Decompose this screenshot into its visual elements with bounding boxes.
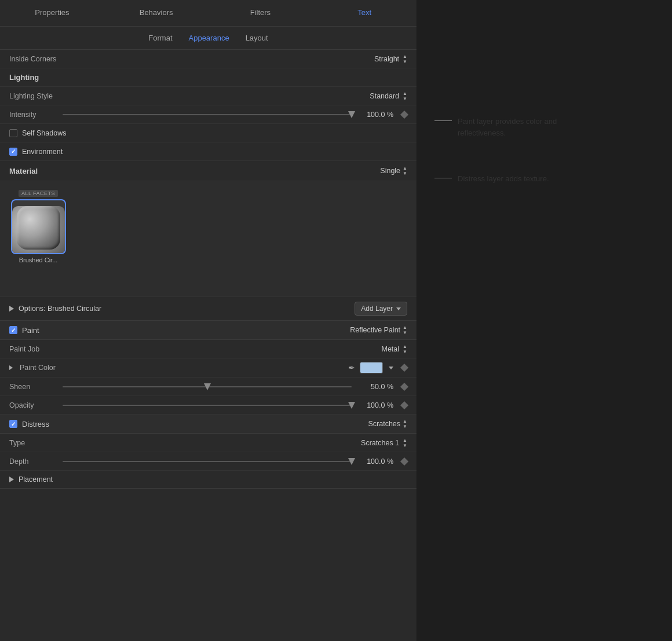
- inside-corners-value[interactable]: Straight ▲▼: [374, 54, 407, 64]
- add-layer-chevron: [396, 307, 401, 310]
- type-text: Scratches 1: [361, 439, 399, 447]
- paint-label: Paint: [22, 326, 345, 335]
- opacity-row: Opacity 100.0 %: [0, 396, 417, 415]
- intensity-keyframe[interactable]: [400, 110, 408, 118]
- self-shadows-row: Self Shadows: [0, 124, 417, 142]
- intensity-label: Intensity: [9, 111, 56, 119]
- paint-value[interactable]: Reflective Paint ▲▼: [350, 325, 407, 335]
- material-stepper[interactable]: ▲▼: [403, 166, 407, 176]
- tab-properties[interactable]: Properties: [0, 0, 104, 26]
- paint-color-expand[interactable]: [9, 365, 13, 370]
- depth-row: Depth 100.0 %: [0, 452, 417, 471]
- facet-item[interactable]: ALL FACETS Brushed Cir...: [9, 190, 67, 263]
- self-shadows-label: Self Shadows: [22, 129, 66, 137]
- environment-row: Environment: [0, 142, 417, 161]
- self-shadows-checkbox[interactable]: [9, 129, 17, 137]
- paint-color-keyframe[interactable]: [400, 364, 408, 372]
- sheen-thumb[interactable]: [204, 383, 211, 390]
- intensity-thumb[interactable]: [348, 111, 355, 118]
- paint-job-row: Paint Job Metal ▲▼: [0, 340, 417, 358]
- opacity-label: Opacity: [9, 401, 56, 409]
- tab-filters[interactable]: Filters: [209, 0, 313, 26]
- annotation-area: Paint layer provides color and reflectiv…: [417, 0, 672, 641]
- tab-appearance[interactable]: Appearance: [187, 32, 232, 43]
- material-value[interactable]: Single ▲▼: [380, 166, 407, 176]
- intensity-value: 100.0 %: [359, 111, 393, 119]
- paint-annotation-text: Paint layer provides color and reflectiv…: [458, 116, 574, 138]
- tab-format[interactable]: Format: [146, 32, 174, 43]
- type-label: Type: [9, 439, 361, 447]
- distress-annotation: Distress layer adds texture.: [434, 173, 655, 185]
- distress-annotation-dash: [434, 178, 452, 178]
- paint-job-value[interactable]: Metal ▲▼: [382, 344, 408, 354]
- placement-row: Placement: [0, 471, 417, 489]
- paint-color-row: Paint Color ✒: [0, 358, 417, 378]
- tab-layout[interactable]: Layout: [243, 32, 271, 43]
- distress-annotation-text: Distress layer adds texture.: [458, 173, 549, 185]
- inside-corners-text: Straight: [374, 55, 399, 63]
- tab-text[interactable]: Text: [312, 0, 417, 26]
- options-expand-icon[interactable]: [9, 306, 14, 312]
- paint-job-text: Metal: [382, 345, 400, 353]
- paint-checkbox[interactable]: [9, 326, 17, 334]
- material-value-text: Single: [380, 167, 400, 175]
- facet-tag: ALL FACETS: [19, 190, 58, 197]
- distress-label: Distress: [22, 420, 363, 428]
- top-tabs: Properties Behaviors Filters Text: [0, 0, 417, 27]
- paint-annotation: Paint layer provides color and reflectiv…: [434, 116, 655, 138]
- intensity-slider[interactable]: [63, 114, 352, 115]
- lighting-style-stepper[interactable]: ▲▼: [403, 91, 407, 101]
- lighting-style-label: Lighting Style: [9, 92, 370, 100]
- distress-stepper[interactable]: ▲▼: [403, 419, 407, 429]
- distress-value[interactable]: Scratches ▲▼: [368, 419, 407, 429]
- paint-color-label: Paint Color: [20, 364, 344, 372]
- sheen-label: Sheen: [9, 383, 56, 391]
- lighting-style-text: Standard: [370, 92, 399, 100]
- inside-corners-row: Inside Corners Straight ▲▼: [0, 50, 417, 68]
- placement-label: Placement: [19, 475, 407, 484]
- options-row: Options: Brushed Circular Add Layer: [0, 297, 417, 321]
- inside-corners-label: Inside Corners: [9, 55, 374, 63]
- swatch-chevron[interactable]: [389, 367, 393, 369]
- opacity-thumb[interactable]: [348, 402, 355, 409]
- sheen-keyframe[interactable]: [400, 382, 408, 390]
- metallic-shape: [17, 206, 60, 250]
- paint-value-text: Reflective Paint: [350, 326, 400, 334]
- type-row: Type Scratches 1 ▲▼: [0, 434, 417, 452]
- inside-corners-stepper[interactable]: ▲▼: [403, 54, 407, 64]
- panel-content: Inside Corners Straight ▲▼ Lighting Ligh…: [0, 50, 417, 641]
- depth-slider[interactable]: [63, 461, 352, 462]
- depth-keyframe[interactable]: [400, 457, 408, 465]
- paint-layer-header: Paint Reflective Paint ▲▼: [0, 321, 417, 340]
- tab-behaviors[interactable]: Behaviors: [104, 0, 209, 26]
- opacity-slider[interactable]: [63, 405, 352, 406]
- distress-value-text: Scratches: [368, 420, 400, 428]
- environment-checkbox[interactable]: [9, 148, 17, 156]
- type-stepper[interactable]: ▲▼: [403, 438, 407, 448]
- paint-annotation-dash: [434, 120, 452, 121]
- paint-job-stepper[interactable]: ▲▼: [403, 344, 407, 354]
- options-label: Options: Brushed Circular: [19, 305, 355, 313]
- material-grid: ALL FACETS Brushed Cir...: [0, 181, 417, 297]
- depth-thumb[interactable]: [348, 458, 355, 465]
- facet-name: Brushed Cir...: [19, 257, 58, 263]
- eyedropper-icon[interactable]: ✒: [348, 363, 355, 372]
- sheen-slider[interactable]: [63, 386, 352, 387]
- opacity-keyframe[interactable]: [400, 401, 408, 409]
- placement-expand-icon[interactable]: [9, 477, 14, 482]
- opacity-value: 100.0 %: [359, 401, 393, 409]
- facet-thumb-inner: [12, 206, 65, 254]
- sheen-value: 50.0 %: [359, 383, 393, 391]
- lighting-section-header: Lighting: [0, 68, 417, 87]
- paint-stepper[interactable]: ▲▼: [403, 325, 407, 335]
- facet-thumbnail[interactable]: [11, 199, 66, 254]
- sheen-row: Sheen 50.0 %: [0, 378, 417, 396]
- distress-checkbox[interactable]: [9, 420, 17, 428]
- distress-layer-header: Distress Scratches ▲▼: [0, 415, 417, 434]
- color-swatch[interactable]: [360, 362, 383, 373]
- intensity-row: Intensity 100.0 %: [0, 105, 417, 124]
- add-layer-button[interactable]: Add Layer: [355, 302, 407, 316]
- paint-job-label: Paint Job: [9, 345, 382, 353]
- type-value[interactable]: Scratches 1 ▲▼: [361, 438, 407, 448]
- lighting-style-value[interactable]: Standard ▲▼: [370, 91, 407, 101]
